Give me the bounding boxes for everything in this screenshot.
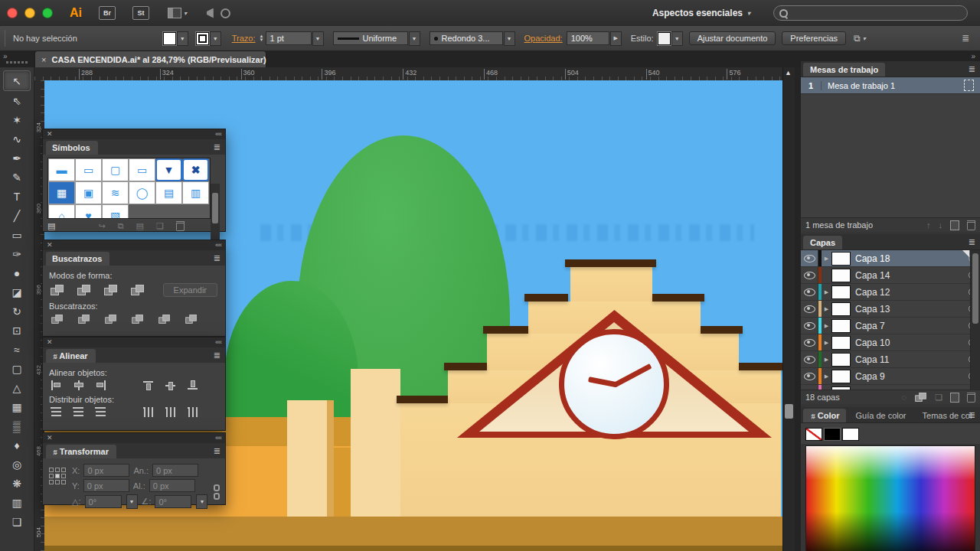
artboard-row[interactable]: 1Mesa de trabajo 1 bbox=[801, 77, 980, 94]
new-layer-icon[interactable] bbox=[950, 393, 959, 403]
eye-icon[interactable] bbox=[804, 390, 815, 390]
bridge-button[interactable]: Br bbox=[99, 6, 116, 20]
eye-icon[interactable] bbox=[804, 322, 815, 330]
credit-card-symbol[interactable]: ▤ bbox=[155, 181, 182, 204]
white-swatch[interactable] bbox=[842, 428, 859, 441]
workspace-switcher[interactable]: Aspectos esenciales▾ bbox=[652, 8, 750, 18]
light-button-symbol[interactable]: ▢ bbox=[102, 158, 129, 181]
layer-name[interactable]: Capa 9 bbox=[855, 371, 965, 382]
close-panel-icon[interactable]: ✕ bbox=[47, 130, 53, 138]
scrollbar-thumb[interactable] bbox=[972, 253, 978, 324]
scrollbar-thumb[interactable] bbox=[212, 193, 218, 223]
share-screen-icon[interactable] bbox=[207, 8, 219, 18]
tab-color[interactable]: ⇅ Color bbox=[803, 409, 846, 422]
layer-row[interactable]: ▶Capa 9 bbox=[801, 368, 980, 385]
fill-dropdown-button[interactable]: ▼ bbox=[177, 31, 188, 46]
close-window-button[interactable] bbox=[7, 8, 18, 18]
distribute-vcenter-button[interactable] bbox=[73, 407, 84, 417]
mesh-tool[interactable]: ▦ bbox=[4, 397, 30, 416]
trim-icon[interactable] bbox=[78, 315, 89, 324]
layer-row[interactable]: ▶Capa 12 bbox=[801, 284, 980, 301]
black-swatch[interactable] bbox=[824, 428, 841, 441]
layer-row[interactable] bbox=[801, 385, 980, 390]
style-swatch[interactable] bbox=[658, 32, 671, 45]
align-right-button[interactable] bbox=[95, 380, 106, 390]
scroll-up-icon[interactable]: ▲ bbox=[785, 69, 792, 77]
collapse-panel-icon[interactable]: «« bbox=[215, 241, 221, 249]
tab-buscatrazos[interactable]: Buscatrazos bbox=[46, 252, 109, 266]
close-panel-icon[interactable]: ✕ bbox=[47, 338, 53, 346]
calendar-symbol[interactable]: ▦ bbox=[48, 181, 75, 204]
stock-button[interactable]: St bbox=[132, 6, 149, 20]
align-vcenter-button[interactable] bbox=[165, 380, 177, 390]
stroke-swatch[interactable] bbox=[196, 32, 209, 45]
eyedropper-tool[interactable]: ♦ bbox=[4, 435, 30, 455]
shopping-cart-symbol[interactable]: ▥ bbox=[182, 181, 209, 204]
perspective-grid-tool[interactable]: △ bbox=[4, 378, 30, 397]
outline-icon[interactable] bbox=[158, 315, 169, 324]
symbol-sprayer-tool[interactable]: ❋ bbox=[4, 474, 30, 493]
expand-layer-icon[interactable]: ▶ bbox=[822, 289, 831, 295]
reference-point-selector[interactable] bbox=[49, 468, 66, 484]
stroke-weight-value[interactable]: 1 pt bbox=[266, 31, 312, 45]
collapse-panel-icon[interactable]: «« bbox=[215, 338, 221, 346]
width-tool[interactable]: ≈ bbox=[4, 340, 30, 359]
fill-swatch[interactable] bbox=[163, 32, 176, 45]
exclude-icon[interactable] bbox=[131, 285, 144, 295]
eye-icon[interactable] bbox=[804, 373, 815, 380]
fit-document-button[interactable]: Ajustar documento bbox=[689, 31, 776, 45]
rotate-dropdown-button[interactable]: ▼ bbox=[126, 494, 138, 509]
visibility-cell[interactable] bbox=[801, 284, 818, 300]
rectangle-tool[interactable]: ▭ bbox=[4, 225, 30, 244]
layer-name[interactable]: Capa 14 bbox=[855, 270, 965, 281]
style-dropdown-button[interactable]: ▼ bbox=[671, 31, 683, 46]
move-up-icon[interactable]: ↑ bbox=[926, 220, 931, 230]
gradient-tool[interactable]: ▒ bbox=[4, 416, 30, 435]
expand-layer-icon[interactable]: ▶ bbox=[822, 373, 831, 380]
minimize-window-button[interactable] bbox=[24, 8, 35, 18]
visibility-cell[interactable] bbox=[801, 267, 818, 283]
artboard-icon[interactable] bbox=[964, 80, 974, 91]
layer-name[interactable]: Capa 11 bbox=[855, 354, 965, 365]
canvas-vertical-scrollbar[interactable]: ▲ bbox=[782, 67, 795, 551]
tab-simbolos[interactable]: Símbolos bbox=[46, 141, 98, 155]
visibility-cell[interactable] bbox=[801, 368, 818, 384]
close-document-icon[interactable]: × bbox=[41, 55, 46, 64]
pencil-tool[interactable]: ✎ bbox=[4, 168, 30, 187]
constrain-proportions-icon[interactable] bbox=[213, 484, 220, 501]
locate-object-icon[interactable]: ◌ bbox=[902, 393, 907, 402]
eye-icon[interactable] bbox=[804, 272, 815, 279]
eye-icon[interactable] bbox=[804, 356, 815, 364]
merge-icon[interactable] bbox=[105, 315, 116, 324]
stroke-weight-dropdown-button[interactable]: ▼ bbox=[312, 31, 324, 46]
search-field-symbol[interactable]: ▭ bbox=[129, 158, 155, 181]
blob-brush-tool[interactable]: ● bbox=[4, 263, 30, 282]
rss-symbol[interactable]: ≋ bbox=[102, 181, 129, 204]
crop-icon[interactable] bbox=[132, 315, 142, 324]
tab-capas[interactable]: Capas bbox=[803, 236, 842, 249]
direct-selection-tool[interactable]: ⇖ bbox=[4, 91, 30, 110]
collapse-tools-icon[interactable]: » bbox=[3, 52, 8, 60]
expand-layer-icon[interactable]: ▶ bbox=[822, 256, 831, 262]
symbols-scrollbar[interactable] bbox=[211, 184, 220, 243]
tab-transformar[interactable]: ⇅ Transformar bbox=[46, 445, 116, 458]
dropdown-button-symbol[interactable]: ▼ bbox=[155, 158, 182, 181]
zoom-window-button[interactable] bbox=[42, 8, 53, 18]
stroke-weight-label[interactable]: Trazo: bbox=[232, 34, 256, 43]
column-graph-tool[interactable]: ▥ bbox=[4, 493, 30, 512]
layer-name[interactable]: Capa 13 bbox=[855, 304, 965, 315]
break-link-icon[interactable]: ⧉ bbox=[118, 221, 124, 231]
distribute-hcenter-button[interactable] bbox=[165, 407, 177, 417]
panel-menu-icon[interactable]: ≣ bbox=[214, 253, 220, 263]
y-field[interactable]: 0 px bbox=[83, 479, 129, 492]
panel-menu-icon[interactable]: ≣ bbox=[969, 237, 975, 247]
opacity-label[interactable]: Opacidad: bbox=[524, 34, 563, 43]
expand-layer-icon[interactable]: ▶ bbox=[822, 306, 831, 312]
shear-dropdown-button[interactable]: ▼ bbox=[196, 494, 207, 509]
artboard-tool[interactable]: ❏ bbox=[4, 512, 30, 531]
isolate-mode-icon[interactable]: ⧉ bbox=[854, 33, 861, 44]
close-panel-icon[interactable]: ✕ bbox=[47, 241, 53, 249]
preferences-button[interactable]: Preferencias bbox=[782, 31, 846, 45]
minus-front-icon[interactable] bbox=[77, 285, 90, 295]
layer-name[interactable]: Capa 18 bbox=[855, 253, 965, 264]
